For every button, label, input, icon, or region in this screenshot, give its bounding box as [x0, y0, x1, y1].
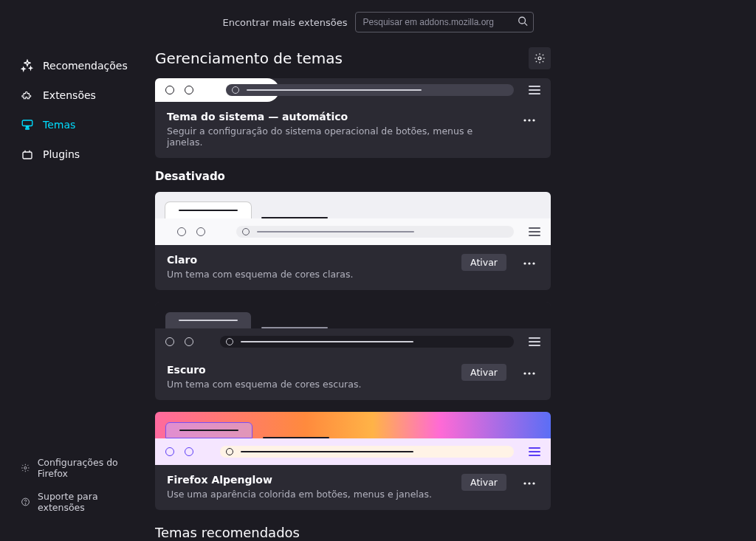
sidebar-item-label: Plugins: [43, 148, 80, 160]
ellipsis-icon: [523, 372, 535, 375]
svg-point-20: [528, 482, 530, 484]
more-options-button[interactable]: [520, 254, 539, 273]
sidebar-item-label: Temas: [43, 119, 75, 131]
more-options-button[interactable]: [520, 474, 539, 493]
main-content: Gerenciamento de temas Tema do sistema —…: [155, 40, 568, 541]
sparkle-icon: [21, 59, 34, 72]
theme-preview: [155, 328, 551, 355]
disabled-heading: Desativado: [155, 170, 551, 183]
theme-card-alpenglow: Firefox Alpenglow Use uma aparência colo…: [155, 412, 551, 510]
svg-rect-5: [23, 152, 32, 159]
ellipsis-icon: [523, 482, 535, 485]
svg-rect-2: [22, 120, 32, 126]
brush-icon: [21, 118, 34, 131]
gear-icon: [534, 52, 546, 64]
theme-desc: Seguir a configuração do sistema operaci…: [167, 125, 511, 148]
footer-link-label: Configurações do Firefox: [38, 457, 140, 479]
themes-settings-button[interactable]: [529, 47, 551, 69]
theme-desc: Use uma aparência colorida em botões, me…: [167, 489, 453, 500]
svg-rect-3: [26, 126, 30, 128]
svg-rect-4: [25, 128, 30, 130]
recommended-heading: Temas recomendados: [155, 525, 551, 540]
sidebar-item-label: Recomendações: [43, 60, 128, 72]
gear-icon: [21, 463, 30, 473]
page-title: Gerenciamento de temas: [155, 49, 343, 67]
theme-preview: [155, 218, 551, 245]
theme-preview-tabstrip: [155, 302, 551, 328]
activate-button[interactable]: Ativar: [461, 474, 506, 491]
theme-card-light: Claro Um tema com esquema de cores clara…: [155, 192, 551, 290]
theme-card-system-auto: Tema do sistema — automático Seguir a co…: [155, 78, 551, 158]
svg-point-6: [24, 466, 27, 469]
theme-preview-tabstrip: [155, 192, 551, 218]
sidebar: Recomendações Extensões Temas Plugins Co…: [0, 40, 155, 541]
help-icon: [21, 497, 30, 507]
sidebar-item-plugins[interactable]: Plugins: [13, 142, 148, 167]
svg-point-15: [532, 262, 535, 264]
sidebar-item-label: Extensões: [43, 89, 96, 101]
activate-button[interactable]: Ativar: [461, 364, 506, 381]
search-label: Encontrar mais extensões: [222, 17, 347, 28]
svg-point-18: [532, 372, 535, 374]
more-options-button[interactable]: [520, 364, 539, 383]
footer-link-label: Suporte para extensões: [38, 491, 140, 513]
footer-link-support[interactable]: Suporte para extensões: [13, 486, 148, 517]
search-input[interactable]: [355, 12, 534, 32]
svg-point-11: [528, 119, 530, 121]
theme-title[interactable]: Claro: [167, 254, 453, 266]
svg-point-17: [528, 372, 530, 374]
activate-button[interactable]: Ativar: [461, 254, 506, 271]
theme-card-dark: Escuro Um tema com esquema de cores escu…: [155, 302, 551, 400]
theme-desc: Um tema com esquema de cores escuras.: [167, 379, 453, 390]
footer-link-settings[interactable]: Configurações do Firefox: [13, 452, 148, 483]
sidebar-item-themes[interactable]: Temas: [13, 112, 148, 137]
search-box: [355, 12, 534, 32]
sidebar-item-extensions[interactable]: Extensões: [13, 83, 148, 108]
theme-desc: Um tema com esquema de cores claras.: [167, 269, 453, 280]
svg-point-9: [538, 57, 541, 60]
svg-point-19: [523, 482, 526, 484]
header-search-row: Encontrar mais extensões: [0, 0, 756, 40]
theme-preview: [155, 78, 551, 102]
puzzle-icon: [21, 89, 34, 102]
svg-point-8: [25, 503, 26, 504]
theme-preview-tabstrip: [155, 412, 551, 438]
theme-preview: [155, 438, 551, 465]
theme-title[interactable]: Tema do sistema — automático: [167, 111, 511, 123]
theme-title[interactable]: Escuro: [167, 364, 453, 376]
svg-point-12: [532, 119, 535, 121]
svg-point-14: [528, 262, 530, 264]
svg-point-10: [523, 119, 526, 121]
svg-point-13: [523, 262, 526, 264]
ellipsis-icon: [523, 262, 535, 265]
svg-point-16: [523, 372, 526, 374]
theme-title[interactable]: Firefox Alpenglow: [167, 474, 453, 486]
plugin-icon: [21, 148, 34, 161]
more-options-button[interactable]: [520, 111, 539, 130]
ellipsis-icon: [523, 119, 535, 122]
svg-point-21: [532, 482, 535, 484]
sidebar-item-recommendations[interactable]: Recomendações: [13, 53, 148, 78]
